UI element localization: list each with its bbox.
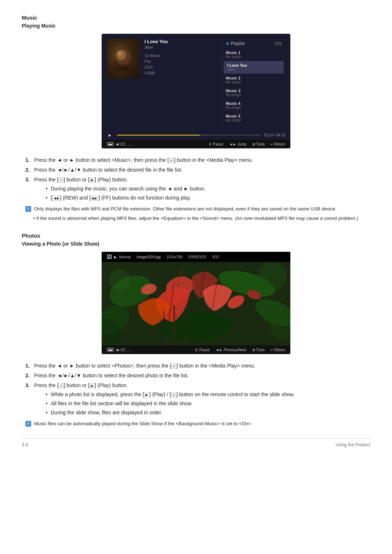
photo-tools-button[interactable]: ⊞ Tools <box>252 348 265 352</box>
playlist-item-6-title: Music 5 <box>226 114 282 118</box>
photo-bullet-1: While a photo list is displayed, press t… <box>46 391 370 398</box>
track-info: I Love You Jhon 1st Album Pop 2010 4.5MB <box>144 39 217 127</box>
track-album: 1st Album <box>144 53 217 59</box>
rew-btn: ◀◀ <box>52 196 60 201</box>
photo-usb-icon: ▬ <box>107 348 114 352</box>
music-screenshot-container: I Love You Jhon 1st Album Pop 2010 4.5MB… <box>22 34 370 148</box>
music-bullet-1: During playing the music, you can search… <box>46 185 370 193</box>
playlist-item-5-sub: No singer <box>226 106 282 110</box>
photo-prevnext-button[interactable]: ◄► Previous/Next <box>216 348 246 352</box>
mode-label: Normal <box>119 255 131 259</box>
progress-area: ▶ 02:14 / 04:10 <box>102 130 290 140</box>
photo-footer-left: ▬ ■t UC .... <box>107 348 131 352</box>
footer-usb-label: ■t UC ..... <box>116 142 132 146</box>
tools-button[interactable]: ⊞ Tools <box>252 142 265 146</box>
photo-return-icon: ↩ <box>270 348 273 352</box>
photo-step-1: Press the ◄ or ► button to select <Photo… <box>25 362 370 370</box>
music-instructions: Press the ◄ or ► button to select <Music… <box>22 156 370 222</box>
photo-notes: N Music files can be automatically playe… <box>22 420 370 427</box>
track-title: I Love You <box>144 39 217 44</box>
playlist-counter: 2/20 <box>275 42 282 46</box>
playlist-item-5-title: Music 4 <box>226 101 282 106</box>
music-bullet-2: [◀◀] (REW) and [▶▶] (FF) buttons do not … <box>46 194 370 202</box>
enter-btn-2: ⏎ <box>58 177 64 183</box>
photo-steps: Press the ◄ or ► button to select <Photo… <box>22 362 370 416</box>
music-steps: Press the ◄ or ► button to select <Music… <box>22 156 370 202</box>
progress-bar-wrap[interactable] <box>117 135 261 136</box>
photo-resolution: 1024x768 <box>166 255 182 259</box>
progress-bar-fill <box>117 135 200 136</box>
music-notes: N Only displays the files with MP3 and P… <box>22 205 370 222</box>
music-player-screen: I Love You Jhon 1st Album Pop 2010 4.5MB… <box>102 34 290 148</box>
music-section: Music Playing Music <box>22 15 370 222</box>
photo-footer-controls: ⏸ Pause ◄► Previous/Next ⊞ Tools ↩ Retur… <box>195 348 285 352</box>
playlist-panel: ⊕ Playlist 2/20 Music 1 No singer I Love… <box>222 39 285 127</box>
photo-enter-btn-2: ⏎ <box>58 383 64 389</box>
photo-return-button[interactable]: ↩ Return <box>270 348 285 352</box>
photo-prevnext-icon: ◄► <box>216 348 223 352</box>
playlist-item-4-title: Music 3 <box>226 89 282 93</box>
playlist-globe-icon: ⊕ <box>226 41 229 46</box>
photo-step-2: Press the ◄/►/▲/▼ button to select the d… <box>25 372 370 379</box>
playlist-item-2[interactable]: I Love You Jhon <box>224 61 284 74</box>
playlist-item-4-sub: No singer <box>226 93 282 97</box>
return-button[interactable]: ↩ Return <box>270 142 285 146</box>
playlist-item-3-title: Music 2 <box>226 76 282 80</box>
page-number: 3-6 <box>22 442 28 447</box>
svg-point-25 <box>258 262 287 291</box>
jump-label: Jump <box>237 142 246 146</box>
music-note-1: N Only displays the files with MP3 and P… <box>22 205 370 213</box>
svg-point-5 <box>113 67 133 71</box>
photo-mode: 🖼 ▶ Normal <box>107 254 131 260</box>
photo-enter-btn: ⏎ <box>171 364 177 369</box>
photo-screenshot-container: 🖼 ▶ Normal Image1024.jpg 1024x768 2009/0… <box>22 252 370 354</box>
photo-play-btn-2: ▶ <box>144 392 150 398</box>
footer-left: ▬ ■t UC ..... <box>107 142 132 146</box>
photos-title: Photos <box>22 233 370 239</box>
playlist-item-1[interactable]: Music 1 No singer <box>222 48 285 61</box>
playlist-item-4[interactable]: Music 3 No singer <box>222 86 285 99</box>
music-title: Music <box>22 15 370 21</box>
photo-prevnext-label: Previous/Next <box>224 348 246 352</box>
music-note-1-text: Only displays the files with MP3 and PCM… <box>34 205 370 213</box>
photo-bullet-3: During the slide show, files are display… <box>46 409 370 416</box>
pause-button[interactable]: ⏸ Pause <box>208 142 223 146</box>
arrow-icon: ▶ <box>114 255 117 259</box>
jump-button[interactable]: ◄► Jump <box>229 142 246 146</box>
playlist-item-5[interactable]: Music 4 No singer <box>222 99 285 112</box>
photo-return-label: Return <box>274 348 285 352</box>
note-icon-1: N <box>25 206 31 212</box>
return-icon: ↩ <box>270 142 273 146</box>
playlist-item-6[interactable]: Music 5 No singer <box>222 112 285 124</box>
photo-pause-icon: ⏸ <box>195 348 198 352</box>
photo-player-screen: 🖼 ▶ Normal Image1024.jpg 1024x768 2009/0… <box>102 252 290 354</box>
photo-pause-button[interactable]: ⏸ Pause <box>195 348 209 352</box>
player-main-area: I Love You Jhon 1st Album Pop 2010 4.5MB… <box>102 34 290 130</box>
time-display: 02:14 / 04:10 <box>264 133 285 137</box>
photo-tools-label: Tools <box>256 348 265 352</box>
tools-icon: ⊞ <box>252 142 255 146</box>
music-step-2: Press the ◄/►/▲/▼ button to select the d… <box>25 166 370 174</box>
svg-point-4 <box>118 52 121 55</box>
section-label: Using the Product <box>336 442 370 447</box>
photos-section: Photos Viewing a Photo (or Slide Show) 🖼… <box>22 233 370 427</box>
footer-controls: ⏸ Pause ◄► Jump ⊞ Tools ↩ Return <box>208 142 285 146</box>
tools-label: Tools <box>256 142 265 146</box>
music-step-3: Press the [⏎] button or [▶] (Play) butto… <box>25 176 370 202</box>
photo-step-3: Press the [⏎] button or [▶] (Play) butto… <box>25 382 370 416</box>
playlist-item-2-sub: Jhon <box>227 67 280 71</box>
time-current: 02:14 <box>264 133 273 137</box>
album-art-inner <box>107 39 139 79</box>
player-footer: ▬ ■t UC ..... ⏸ Pause ◄► Jump ⊞ Tools <box>102 140 290 148</box>
track-genre: Pop <box>144 59 217 65</box>
note-icon-photo: N <box>25 421 31 427</box>
photo-tools-icon: ⊞ <box>252 348 255 352</box>
music-note-2: • If the sound is abnormal when playing … <box>22 215 370 222</box>
track-size: 4.5MB <box>144 70 217 76</box>
playlist-label: Playlist <box>231 41 245 46</box>
playlist-item-3[interactable]: Music 2 No singer <box>222 74 285 86</box>
track-year: 2010 <box>144 65 217 70</box>
photo-enter-btn-3: ⏎ <box>171 392 176 398</box>
photo-step-3-bullets: While a photo list is displayed, press t… <box>34 391 370 416</box>
play-button[interactable]: ▶ <box>107 132 113 138</box>
